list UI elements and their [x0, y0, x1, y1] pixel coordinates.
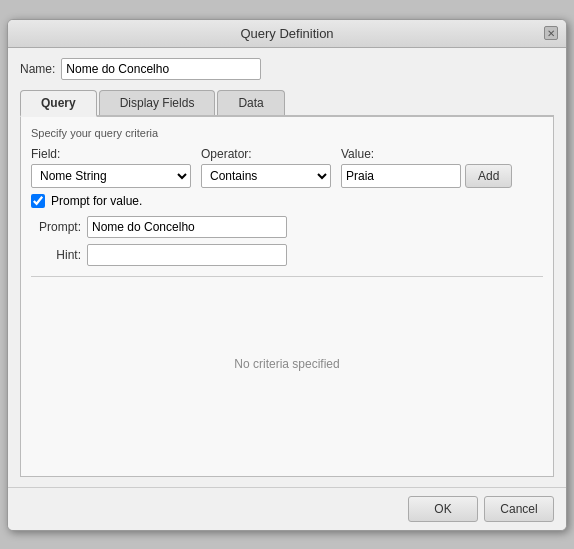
value-input[interactable]	[341, 164, 461, 188]
name-input[interactable]	[61, 58, 261, 80]
prompt-for-value-row: Prompt for value.	[31, 194, 543, 208]
value-label: Value:	[341, 147, 512, 161]
prompt-label: Prompt:	[31, 220, 81, 234]
tab-data[interactable]: Data	[217, 90, 284, 115]
prompt-row: Prompt:	[31, 216, 543, 238]
operator-label: Operator:	[201, 147, 331, 161]
criteria-inputs: Field: Nome String Operator: Contains Va…	[31, 147, 543, 188]
hint-input[interactable]	[87, 244, 287, 266]
value-section: Value: Add	[341, 147, 512, 188]
no-criteria-text: No criteria specified	[31, 357, 543, 371]
close-icon: ✕	[547, 28, 555, 39]
operator-select[interactable]: Contains	[201, 164, 331, 188]
tabs: Query Display Fields Data	[20, 90, 554, 117]
prompt-input[interactable]	[87, 216, 287, 238]
prompt-for-value-checkbox[interactable]	[31, 194, 45, 208]
prompt-for-value-label: Prompt for value.	[51, 194, 142, 208]
hint-label: Hint:	[31, 248, 81, 262]
dialog-footer: OK Cancel	[8, 487, 566, 530]
specify-criteria-text: Specify your query criteria	[31, 127, 543, 139]
dialog-body: Name: Query Display Fields Data Specify …	[8, 48, 566, 487]
cancel-button[interactable]: Cancel	[484, 496, 554, 522]
tab-content-query: Specify your query criteria Field: Nome …	[20, 117, 554, 477]
value-add-row: Add	[341, 164, 512, 188]
hint-row: Hint:	[31, 244, 543, 266]
add-button[interactable]: Add	[465, 164, 512, 188]
close-button[interactable]: ✕	[544, 26, 558, 40]
tab-display-fields[interactable]: Display Fields	[99, 90, 216, 115]
dialog-title: Query Definition	[240, 26, 333, 41]
ok-button[interactable]: OK	[408, 496, 478, 522]
field-label: Field:	[31, 147, 191, 161]
query-definition-dialog: Query Definition ✕ Name: Query Display F…	[7, 19, 567, 531]
name-label: Name:	[20, 62, 55, 76]
field-column: Field: Nome String	[31, 147, 191, 188]
operator-column: Operator: Contains	[201, 147, 331, 188]
prompt-hint-section: Prompt: Hint:	[31, 216, 543, 266]
field-select[interactable]: Nome String	[31, 164, 191, 188]
tab-query[interactable]: Query	[20, 90, 97, 117]
name-row: Name:	[20, 58, 554, 80]
divider	[31, 276, 543, 277]
title-bar: Query Definition ✕	[8, 20, 566, 48]
